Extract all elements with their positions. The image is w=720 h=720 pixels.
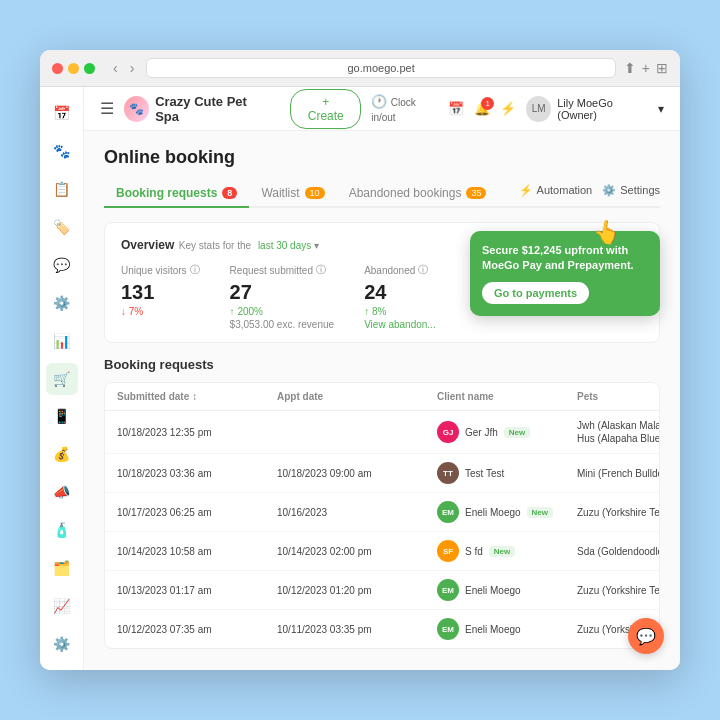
client-name: Eneli Moego [465, 507, 521, 518]
sidebar-item-settings[interactable]: ⚙️ [46, 287, 78, 319]
automation-button[interactable]: ⚡ Automation [519, 184, 593, 197]
address-bar[interactable]: go.moego.pet [146, 58, 615, 78]
overview-title-group: Overview Key stats for the last 30 days … [121, 235, 319, 253]
automation-label: Automation [537, 184, 593, 196]
date-filter[interactable]: last 30 days [258, 240, 311, 251]
create-label: + Create [303, 95, 348, 123]
tab-booking-requests[interactable]: Booking requests 8 [104, 180, 249, 208]
minimize-traffic-light[interactable] [68, 63, 79, 74]
overview-subtitle: Key stats for the last 30 days ▾ [179, 240, 319, 251]
sidebar-item-pets[interactable]: 🐾 [46, 135, 78, 167]
sidebar-item-files[interactable]: 🗂️ [46, 552, 78, 584]
tab-waitlist-badge: 10 [305, 187, 325, 199]
sidebar-item-marketing[interactable]: 📣 [46, 476, 78, 508]
fullscreen-traffic-light[interactable] [84, 63, 95, 74]
url-text: go.moego.pet [347, 62, 414, 74]
app-container: 📅 🐾 📋 🏷️ 💬 ⚙️ 📊 🛒 📱 💰 📣 🧴 🗂️ 📈 ⚙️ ☰ 🐾 [40, 87, 680, 670]
stat-abandoned-sub[interactable]: View abandon... [364, 319, 436, 330]
sidebar-item-analytics[interactable]: 📈 [46, 590, 78, 622]
page-body: Online booking Booking requests 8 Waitli… [84, 131, 680, 670]
cell-pets: Zuzu (Yorkshire Terrier) [577, 506, 660, 519]
client-avatar: EM [437, 618, 459, 640]
info-icon: ⓘ [190, 263, 200, 277]
sidebar-item-reports[interactable]: 📊 [46, 325, 78, 357]
clock-icon[interactable]: 🕐 Clock in/out [371, 94, 438, 124]
client-avatar: EM [437, 501, 459, 523]
calendar-nav-icon[interactable]: 📅 [448, 101, 464, 116]
promo-text: Secure $12,245 upfront with MoeGo Pay an… [482, 243, 648, 274]
tab-abandoned-label: Abandoned bookings [349, 186, 462, 200]
stat-abandoned-value: 24 [364, 281, 436, 304]
cell-pets: Jwh (Alaskan Malamute) Hus (Alapaha Blue… [577, 419, 660, 445]
activity-icon[interactable]: ⚡ [500, 101, 516, 116]
chat-fab[interactable]: 💬 [628, 618, 664, 654]
table-row: 10/18/2023 12:35 pm GJ Ger Jfh New Jwh (… [105, 411, 659, 454]
tab-abandoned[interactable]: Abandoned bookings 35 [337, 180, 499, 206]
stat-abandoned-change: ↑ 8% [364, 306, 436, 317]
cell-client: EM Eneli Moego [437, 618, 577, 640]
sidebar-item-tags[interactable]: 🏷️ [46, 211, 78, 243]
client-avatar: TT [437, 462, 459, 484]
cell-appt-date: 10/18/2023 09:00 am [277, 468, 437, 479]
page-title: Online booking [104, 147, 660, 168]
browser-chrome: ‹ › go.moego.pet ⬆ + ⊞ [40, 50, 680, 87]
client-name: Eneli Moego [465, 624, 521, 635]
avatar: LM [526, 96, 551, 122]
stat-unique-visitors-label: Unique visitors ⓘ [121, 263, 200, 277]
sidebar-toggle-icon[interactable]: ⊞ [656, 60, 668, 76]
sidebar-item-clients[interactable]: 📋 [46, 173, 78, 205]
sidebar-item-products[interactable]: 🧴 [46, 514, 78, 546]
bell-icon[interactable]: 🔔1 [474, 101, 490, 116]
table-body: 10/18/2023 12:35 pm GJ Ger Jfh New Jwh (… [105, 411, 659, 648]
forward-button[interactable]: › [126, 58, 139, 78]
user-info[interactable]: LM Lily MoeGo (Owner) ▾ [526, 96, 664, 122]
cell-appt-date: 10/16/2023 [277, 507, 437, 518]
brand: 🐾 Crazy Cute Pet Spa [124, 94, 270, 124]
client-name: Ger Jfh [465, 427, 498, 438]
overview-title: Overview [121, 238, 174, 252]
col-client-name: Client name [437, 391, 577, 402]
client-avatar: EM [437, 579, 459, 601]
stat-requests-label: Request submitted ⓘ [230, 263, 335, 277]
table-row: 10/14/2023 10:58 am 10/14/2023 02:00 pm … [105, 532, 659, 571]
sidebar: 📅 🐾 📋 🏷️ 💬 ⚙️ 📊 🛒 📱 💰 📣 🧴 🗂️ 📈 ⚙️ [40, 87, 84, 670]
hamburger-icon[interactable]: ☰ [100, 99, 114, 118]
client-avatar: SF [437, 540, 459, 562]
settings-button[interactable]: ⚙️ Settings [602, 184, 660, 197]
back-button[interactable]: ‹ [109, 58, 122, 78]
share-icon[interactable]: ⬆ [624, 60, 636, 76]
client-name: Eneli Moego [465, 585, 521, 596]
sidebar-item-calendar[interactable]: 📅 [46, 97, 78, 129]
tab-abandoned-badge: 35 [466, 187, 486, 199]
sidebar-item-booking[interactable]: 🛒 [46, 363, 78, 395]
create-button[interactable]: + Create [290, 89, 361, 129]
settings-label: Settings [620, 184, 660, 196]
promo-button[interactable]: Go to payments [482, 282, 589, 304]
new-tab-icon[interactable]: + [642, 60, 650, 76]
sort-icon[interactable]: ↕ [192, 391, 197, 402]
automation-icon: ⚡ [519, 184, 533, 197]
stat-unique-visitors: Unique visitors ⓘ 131 ↓ 7% [121, 263, 200, 330]
new-badge: New [489, 546, 515, 557]
sidebar-item-messages[interactable]: 💬 [46, 249, 78, 281]
cell-appt-date: 10/12/2023 01:20 pm [277, 585, 437, 596]
new-badge: New [504, 427, 530, 438]
table-row: 10/17/2023 06:25 am 10/16/2023 EM Eneli … [105, 493, 659, 532]
sidebar-item-config[interactable]: ⚙️ [46, 628, 78, 660]
stat-requests-value: 27 [230, 281, 335, 304]
main-content: ☰ 🐾 Crazy Cute Pet Spa + Create 🕐 Clock … [84, 87, 680, 670]
close-traffic-light[interactable] [52, 63, 63, 74]
col-submitted-date: Submitted date ↕ [117, 391, 277, 402]
sidebar-item-payments[interactable]: 💰 [46, 438, 78, 470]
new-badge: New [527, 507, 553, 518]
cell-client: EM Eneli Moego [437, 579, 577, 601]
stat-unique-visitors-value: 131 [121, 281, 200, 304]
tab-actions: ⚡ Automation ⚙️ Settings [519, 180, 660, 206]
cell-client: GJ Ger Jfh New [437, 421, 577, 443]
tab-waitlist[interactable]: Waitlist 10 [249, 180, 336, 206]
sidebar-item-mobile[interactable]: 📱 [46, 401, 78, 433]
cell-pets: Zuzu (Yorkshire Terrier) [577, 584, 660, 597]
stat-requests-sub: $3,053.00 exc. revenue [230, 319, 335, 330]
settings-icon: ⚙️ [602, 184, 616, 197]
col-appt-date: Appt date [277, 391, 437, 402]
